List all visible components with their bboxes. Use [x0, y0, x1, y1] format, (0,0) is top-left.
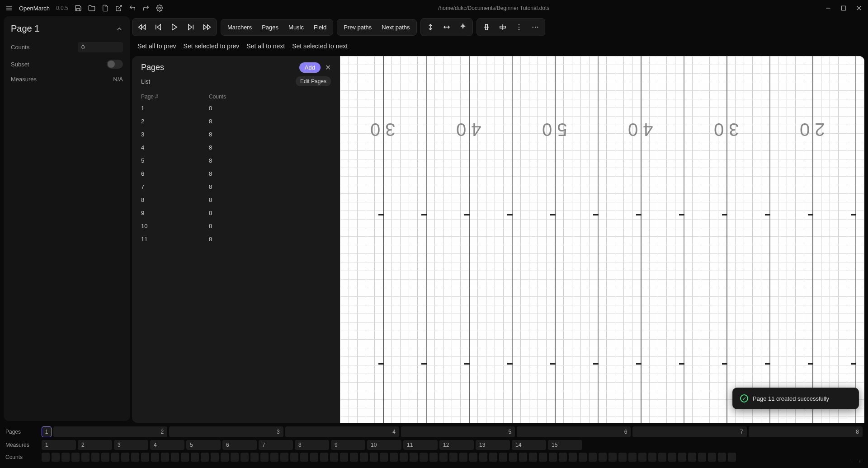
timeline-measure[interactable]: 15: [548, 440, 582, 450]
timeline-count[interactable]: [698, 453, 706, 462]
timeline-count[interactable]: [668, 453, 676, 462]
close-panel-icon[interactable]: ✕: [325, 63, 331, 72]
prev-paths-button[interactable]: Prev paths: [339, 21, 376, 33]
timeline-measure[interactable]: 5: [186, 440, 221, 450]
timeline-measure[interactable]: 14: [512, 440, 546, 450]
timeline-count[interactable]: [300, 453, 308, 462]
pages-table-row[interactable]: 58: [141, 154, 331, 167]
play-icon[interactable]: [167, 20, 182, 34]
maximize-icon[interactable]: [840, 5, 847, 12]
timeline-page[interactable]: 4: [285, 426, 399, 437]
timeline-count[interactable]: [151, 453, 159, 462]
timeline-count[interactable]: [479, 453, 487, 462]
align-vertical-icon[interactable]: [423, 20, 438, 34]
save-icon[interactable]: [75, 5, 82, 12]
timeline-count[interactable]: [320, 453, 328, 462]
timeline-count[interactable]: [91, 453, 99, 462]
next-paths-button[interactable]: Next paths: [377, 21, 414, 33]
timeline-count[interactable]: [529, 453, 537, 462]
timeline-count[interactable]: [618, 453, 627, 462]
timeline-count[interactable]: [211, 453, 219, 462]
pages-table-row[interactable]: 48: [141, 141, 331, 154]
forward-icon[interactable]: [199, 20, 215, 34]
timeline-page[interactable]: 2: [53, 426, 167, 437]
pages-table-row[interactable]: 10: [141, 102, 331, 115]
timeline-count[interactable]: [539, 453, 547, 462]
folder-icon[interactable]: [88, 5, 95, 12]
timeline-count[interactable]: [101, 453, 109, 462]
timeline-count[interactable]: [449, 453, 458, 462]
add-page-button[interactable]: Add: [299, 62, 321, 73]
field-button[interactable]: Field: [309, 21, 331, 33]
pages-table-row[interactable]: 88: [141, 193, 331, 206]
set-selected-prev-button[interactable]: Set selected to prev: [184, 42, 240, 50]
timeline-count[interactable]: [638, 453, 646, 462]
timeline-count[interactable]: [688, 453, 696, 462]
timeline-count[interactable]: [280, 453, 288, 462]
timeline-count[interactable]: [191, 453, 199, 462]
set-selected-next-button[interactable]: Set selected to next: [292, 42, 348, 50]
timeline-count[interactable]: [141, 453, 149, 462]
timeline-page[interactable]: 1: [42, 426, 52, 437]
timeline-measure[interactable]: 11: [403, 440, 438, 450]
timeline-count[interactable]: [658, 453, 666, 462]
timeline-count[interactable]: [390, 453, 398, 462]
menu-icon[interactable]: [5, 5, 13, 12]
timeline-count[interactable]: [380, 453, 388, 462]
timeline-count[interactable]: [201, 453, 209, 462]
set-all-next-button[interactable]: Set all to next: [246, 42, 285, 50]
set-all-prev-button[interactable]: Set all to prev: [137, 42, 176, 50]
redo-icon[interactable]: [142, 5, 150, 12]
skip-forward-icon[interactable]: [183, 20, 198, 34]
timeline-count[interactable]: [310, 453, 318, 462]
timeline-count[interactable]: [61, 453, 70, 462]
timeline-count[interactable]: [429, 453, 438, 462]
timeline-measure[interactable]: 2: [78, 440, 112, 450]
timeline-count[interactable]: [499, 453, 507, 462]
pages-table-row[interactable]: 38: [141, 128, 331, 141]
pages-button[interactable]: Pages: [257, 21, 283, 33]
timeline-measure[interactable]: 12: [439, 440, 474, 450]
timeline-count[interactable]: [609, 453, 617, 462]
timeline-count[interactable]: [350, 453, 358, 462]
settings-icon[interactable]: [156, 5, 163, 12]
timeline-count[interactable]: [121, 453, 129, 462]
timeline-count[interactable]: [559, 453, 567, 462]
timeline-count[interactable]: [161, 453, 169, 462]
timeline-page[interactable]: 3: [169, 426, 283, 437]
timeline-count[interactable]: [648, 453, 656, 462]
timeline-count[interactable]: [469, 453, 477, 462]
skip-back-icon[interactable]: [151, 20, 166, 34]
timeline-count[interactable]: [569, 453, 577, 462]
new-file-icon[interactable]: [102, 5, 109, 12]
timeline-measure[interactable]: 6: [222, 440, 257, 450]
timeline-count[interactable]: [678, 453, 686, 462]
timeline-count[interactable]: [410, 453, 418, 462]
zoom-in-icon[interactable]: +: [858, 458, 862, 464]
timeline-measure[interactable]: 3: [114, 440, 148, 450]
sparkle-icon[interactable]: [455, 20, 471, 34]
center-vertical-icon[interactable]: [479, 20, 494, 34]
undo-icon[interactable]: [129, 5, 136, 12]
timeline-count[interactable]: [250, 453, 259, 462]
timeline-count[interactable]: [330, 453, 338, 462]
timeline-count[interactable]: [270, 453, 278, 462]
rewind-icon[interactable]: [134, 20, 150, 34]
timeline-measure[interactable]: 4: [150, 440, 184, 450]
minimize-icon[interactable]: [825, 5, 832, 12]
timeline-count[interactable]: [171, 453, 179, 462]
more-horizontal-icon[interactable]: [528, 20, 543, 34]
timeline-count[interactable]: [370, 453, 378, 462]
edit-pages-button[interactable]: Edit Pages: [296, 76, 331, 86]
timeline-page[interactable]: 8: [749, 426, 863, 437]
timeline-count[interactable]: [400, 453, 408, 462]
pages-table-row[interactable]: 108: [141, 220, 331, 233]
timeline-count[interactable]: [71, 453, 80, 462]
timeline-count[interactable]: [718, 453, 726, 462]
timeline-count[interactable]: [81, 453, 90, 462]
timeline-count[interactable]: [509, 453, 517, 462]
timeline-count[interactable]: [260, 453, 269, 462]
pages-table-row[interactable]: 78: [141, 180, 331, 193]
timeline-measure[interactable]: 7: [259, 440, 293, 450]
timeline-measure[interactable]: 9: [331, 440, 365, 450]
